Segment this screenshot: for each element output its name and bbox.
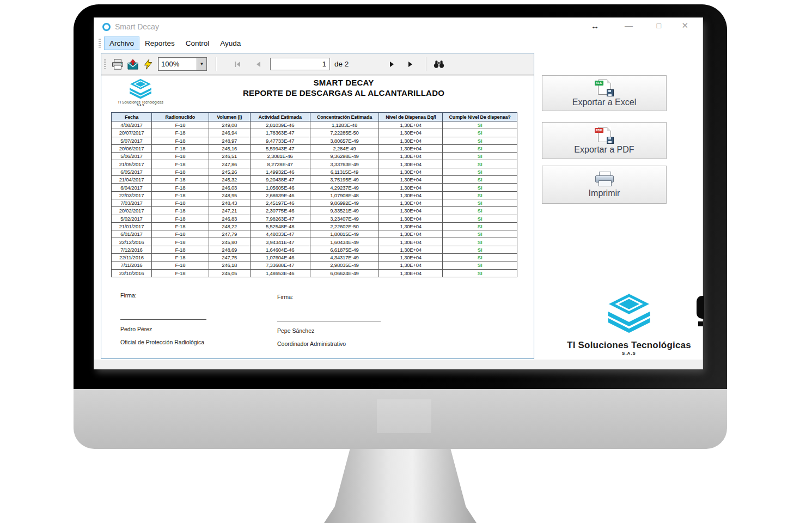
- table-cell: F-18: [151, 137, 209, 144]
- page-count-label: de 2: [334, 60, 349, 68]
- table-cell: 9,36298E-49: [310, 153, 379, 160]
- table-cell: 7/11/2016: [112, 262, 152, 269]
- table-cell: F-18: [151, 129, 209, 137]
- table-cell: F-18: [151, 184, 209, 191]
- table-row: 7/12/2016F-18248,691,64604E-466,61875E-4…: [112, 246, 517, 253]
- table-cell: 6/01/2017: [112, 230, 152, 238]
- last-page-button[interactable]: [403, 57, 418, 72]
- minimize-button[interactable]: —: [625, 21, 633, 30]
- menu-item-reportes[interactable]: Reportes: [140, 37, 180, 50]
- table-cell: 1,30E+04: [379, 222, 443, 230]
- column-header: Volumen (l): [209, 113, 250, 121]
- export-pdf-label: Exportar a PDF: [574, 145, 634, 155]
- resize-icon[interactable]: ↔: [591, 21, 599, 31]
- maximize-button[interactable]: □: [657, 21, 661, 30]
- table-cell: 1,30E+04: [379, 246, 443, 253]
- report-table-header-row: FechaRadionuclidoVolumen (l)Actividad Es…: [112, 113, 517, 121]
- table-cell: 1,80815E-49: [310, 230, 379, 238]
- table-cell: 4,48033E-47: [250, 230, 310, 238]
- table-cell: F-18: [151, 254, 209, 262]
- lightning-icon: [143, 58, 154, 70]
- table-cell: 1,30E+04: [379, 191, 443, 199]
- table-row: 22/11/2016F-18247,751,07604E-464,34317E-…: [112, 254, 517, 262]
- export-button[interactable]: [125, 57, 141, 72]
- table-cell: 5/06/2017: [112, 153, 152, 160]
- table-cell: 9,86992E-49: [310, 199, 379, 206]
- brand-block: TI Soluciones Tecnológicas S.A.S: [564, 293, 694, 356]
- report-logo-sub: S.A.S: [108, 104, 173, 107]
- close-button[interactable]: ✕: [681, 21, 688, 31]
- table-cell: 1,64604E-46: [250, 246, 310, 253]
- column-header: Radionuclido: [151, 113, 209, 121]
- table-cell: 22/11/2016: [112, 254, 152, 262]
- table-row: 23/10/2016F-18245,051,48653E-466,06624E-…: [112, 269, 517, 277]
- search-button[interactable]: [431, 57, 447, 72]
- signature-role: Oficial de Protección Radiológica: [120, 339, 207, 345]
- table-cell: 1,30E+04: [379, 144, 443, 152]
- brand-name: TI Soluciones Tecnológicas: [564, 340, 694, 351]
- table-cell: 247,75: [209, 254, 250, 262]
- printer-icon: [112, 59, 124, 70]
- table-cell: 1,30E+04: [379, 184, 443, 191]
- table-cell: 245,32: [209, 176, 250, 184]
- toolbar-grip-icon: [99, 39, 101, 48]
- last-page-icon: [407, 60, 414, 68]
- table-cell: F-18: [151, 121, 209, 129]
- table-cell: SI: [443, 137, 517, 144]
- table-cell: 248,69: [209, 246, 250, 253]
- export-excel-button[interactable]: XLS Exportar a Excel: [542, 75, 667, 111]
- export-pdf-button[interactable]: PDF Exportar a PDF: [542, 122, 667, 159]
- signature-label: Firma:: [120, 292, 207, 299]
- table-row: 20/02/2017F-18247,212,30775E-469,33521E-…: [112, 207, 517, 215]
- table-cell: 20/02/2017: [112, 207, 152, 215]
- table-cell: 245,80: [209, 238, 250, 246]
- table-row: 21/04/2017F-18245,329,20438E-473,75195E-…: [112, 176, 517, 184]
- table-cell: 5/02/2017: [112, 215, 152, 222]
- next-page-button[interactable]: [384, 57, 400, 72]
- table-cell: 21/05/2017: [112, 160, 152, 168]
- zoom-select[interactable]: 100% ▼: [158, 57, 207, 71]
- table-row: 20/07/2017F-18246,941,78363E-477,22285E-…: [112, 129, 517, 137]
- print-report-button[interactable]: Imprimir: [542, 166, 667, 204]
- table-cell: F-18: [151, 153, 209, 160]
- table-cell: F-18: [151, 222, 209, 230]
- report-table-body: 4/08/2017F-18249,082,81039E-461,1283E-48…: [112, 121, 517, 277]
- chevron-down-icon[interactable]: ▼: [197, 58, 206, 70]
- table-cell: SI: [443, 129, 517, 137]
- menu-item-control[interactable]: Control: [181, 37, 215, 50]
- refresh-button[interactable]: [141, 57, 156, 72]
- table-cell: 9,47733E-47: [250, 137, 310, 144]
- table-row: 6/01/2017F-18247,794,48033E-471,80815E-4…: [112, 230, 517, 238]
- export-icon: [127, 59, 139, 70]
- table-cell: SI: [443, 269, 517, 277]
- signature-block-right: Firma: Pepe Sánchez Coordinador Administ…: [277, 294, 383, 347]
- table-cell: 7/03/2017: [112, 199, 152, 206]
- signature-line: [120, 319, 206, 320]
- stacked-layers-icon: [129, 78, 152, 100]
- table-cell: 248,95: [209, 191, 250, 199]
- table-cell: 246,18: [209, 262, 250, 269]
- table-cell: 247,79: [209, 230, 250, 238]
- table-row: 21/01/2017F-18248,225,52548E-482,22602E-…: [112, 222, 517, 230]
- table-row: 22/03/2017F-18248,952,68639E-461,07908E-…: [112, 191, 517, 199]
- table-cell: 2,30775E-46: [250, 207, 310, 215]
- column-header: Fecha: [112, 113, 152, 121]
- folded-corner: [607, 127, 611, 131]
- report-title-line1: SMART DECAY: [154, 77, 534, 88]
- export-excel-label: Exportar a Excel: [572, 98, 636, 107]
- table-cell: 245,05: [209, 269, 250, 277]
- print-button[interactable]: [110, 57, 125, 72]
- table-cell: 1,30E+04: [379, 215, 443, 222]
- menu-item-archivo[interactable]: Archivo: [105, 37, 139, 50]
- app-logo-icon: [102, 23, 111, 31]
- table-cell: 1,30E+04: [379, 238, 443, 246]
- page-number-input[interactable]: [270, 58, 330, 70]
- brand-sub: S.A.S: [564, 351, 694, 356]
- menu-item-ayuda[interactable]: Ayuda: [215, 37, 246, 50]
- report-viewer: 100% ▼ de 2: [101, 53, 534, 359]
- previous-page-button[interactable]: [251, 57, 266, 72]
- first-page-icon: [234, 60, 241, 68]
- table-row: 5/06/2017F-18246,512,3081E-469,36298E-49…: [112, 153, 517, 160]
- first-page-button[interactable]: [230, 57, 245, 72]
- table-cell: 20/07/2017: [112, 129, 152, 137]
